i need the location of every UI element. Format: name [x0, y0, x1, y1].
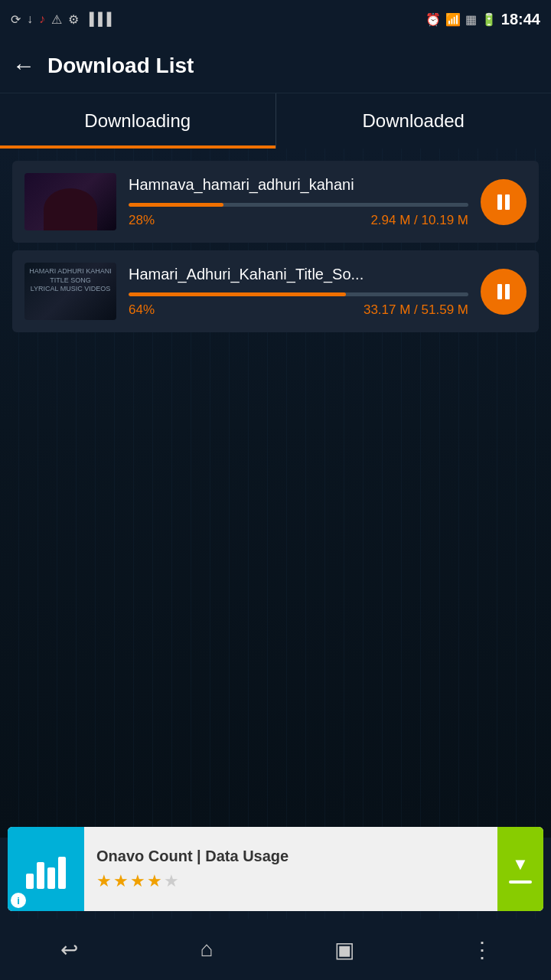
item-1-content: Hamnava_hamari_adhuri_kahani 28% 2.94 M …	[129, 176, 468, 228]
ad-stars: ★ ★ ★ ★ ★	[96, 871, 485, 891]
progress-percent-2: 64%	[129, 302, 155, 318]
pause-icon-2	[497, 284, 510, 299]
ad-download-icon: ▼	[512, 854, 529, 874]
star-2: ★	[113, 871, 129, 891]
sim-icon: ▦	[465, 12, 477, 27]
nav-back-icon: ↩	[60, 937, 78, 962]
wifi-icon: 📶	[445, 12, 461, 27]
pause-button-1[interactable]	[481, 179, 527, 225]
star-5: ★	[164, 871, 179, 891]
star-3: ★	[130, 871, 145, 891]
download-list: Hamnava_hamari_adhuri_kahani 28% 2.94 M …	[0, 149, 551, 838]
ad-chart-icon	[26, 849, 66, 889]
info-badge: i	[11, 893, 26, 908]
progress-bar-2-fill	[129, 292, 346, 296]
progress-info-1: 28% 2.94 M / 10.19 M	[129, 213, 468, 228]
progress-percent-1: 28%	[129, 213, 155, 228]
clock: 18:44	[501, 11, 540, 28]
status-bar: ⟳ ↓ ♪ ⚠ ⚙ ▐▐▐ ⏰ 📶 ▦ 🔋 18:44	[0, 0, 551, 38]
tab-downloading[interactable]: Downloading	[0, 93, 276, 149]
usb-icon: ⚙	[68, 12, 79, 27]
ad-icon-area: i	[8, 827, 84, 911]
ad-banner[interactable]: i Onavo Count | Data Usage ★ ★ ★ ★ ★ ▼	[8, 827, 543, 911]
signal-bars-icon: ▐▐▐	[85, 12, 111, 26]
nav-recents-button[interactable]: ▣	[321, 926, 367, 972]
status-icons-left: ⟳ ↓ ♪ ⚠ ⚙ ▐▐▐	[11, 12, 111, 27]
ad-action-button[interactable]: ▼	[497, 827, 543, 911]
battery-icon: 🔋	[481, 12, 497, 27]
status-icons-right: ⏰ 📶 ▦ 🔋 18:44	[425, 11, 540, 28]
item-2-content: Hamari_Adhuri_Kahani_Title_So... 64% 33.…	[129, 266, 468, 318]
nav-home-icon: ⌂	[201, 937, 214, 962]
thumbnail-1	[24, 173, 116, 230]
progress-bar-2-bg	[129, 292, 468, 296]
progress-info-2: 64% 33.17 M / 51.59 M	[129, 302, 468, 318]
nav-menu-button[interactable]: ⋮	[459, 926, 505, 972]
pause-icon-1	[497, 194, 510, 210]
thumbnail-2-text: HAMARI ADHURI KAHANITITLE SONGLYRICAL MU…	[26, 264, 115, 297]
progress-size-1: 2.94 M / 10.19 M	[370, 213, 468, 228]
warning-icon: ⚠	[51, 12, 62, 27]
nav-back-button[interactable]: ↩	[46, 926, 92, 972]
download-item-2: HAMARI ADHURI KAHANITITLE SONGLYRICAL MU…	[12, 250, 539, 332]
page-title: Download List	[47, 54, 194, 78]
nav-menu-icon: ⋮	[471, 937, 493, 962]
item-1-title: Hamnava_hamari_adhuri_kahani	[129, 176, 468, 194]
star-1: ★	[96, 871, 112, 891]
nav-recents-icon: ▣	[334, 937, 354, 962]
star-4: ★	[147, 871, 162, 891]
ad-content: Onavo Count | Data Usage ★ ★ ★ ★ ★	[84, 838, 497, 900]
nav-home-button[interactable]: ⌂	[184, 926, 230, 972]
ad-minus-icon	[509, 880, 532, 884]
navigation-bar: ↩ ⌂ ▣ ⋮	[0, 919, 551, 980]
music-icon: ♪	[39, 12, 45, 26]
pause-button-2[interactable]	[481, 269, 527, 315]
alarm-icon: ⏰	[425, 12, 441, 27]
download-item: Hamnava_hamari_adhuri_kahani 28% 2.94 M …	[12, 161, 539, 243]
progress-bar-1-fill	[129, 203, 223, 207]
tab-downloaded[interactable]: Downloaded	[276, 93, 552, 149]
progress-size-2: 33.17 M / 51.59 M	[364, 302, 468, 318]
download-icon: ↓	[27, 12, 33, 26]
item-2-title: Hamari_Adhuri_Kahani_Title_So...	[129, 266, 468, 283]
tabs-container: Downloading Downloaded	[0, 93, 551, 149]
back-button[interactable]: ←	[12, 53, 35, 79]
progress-bar-1-bg	[129, 203, 468, 207]
header: ← Download List	[0, 38, 551, 93]
sync-icon: ⟳	[11, 12, 21, 27]
thumbnail-2: HAMARI ADHURI KAHANITITLE SONGLYRICAL MU…	[24, 263, 116, 320]
ad-title: Onavo Count | Data Usage	[96, 848, 485, 865]
